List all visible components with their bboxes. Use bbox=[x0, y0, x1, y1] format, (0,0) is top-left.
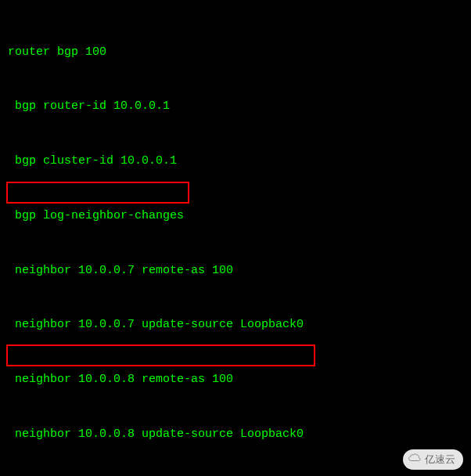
config-line: bgp cluster-id 10.0.0.1 bbox=[8, 152, 463, 170]
config-line: bgp log-neighbor-changes bbox=[8, 207, 463, 225]
cloud-icon bbox=[408, 453, 422, 467]
config-line: router bgp 100 bbox=[8, 43, 463, 61]
watermark-text: 亿速云 bbox=[425, 452, 455, 467]
watermark-badge: 亿速云 bbox=[403, 449, 463, 470]
terminal-output: router bgp 100 bgp router-id 10.0.0.1 bg… bbox=[8, 6, 463, 476]
config-line: neighbor 10.0.0.7 remote-as 100 bbox=[8, 261, 463, 279]
config-line: neighbor 10.0.0.8 remote-as 100 bbox=[8, 370, 463, 388]
config-line: neighbor 10.0.0.7 update-source Loopback… bbox=[8, 316, 463, 334]
config-line: neighbor 10.0.0.8 update-source Loopback… bbox=[8, 425, 463, 443]
config-line: bgp router-id 10.0.0.1 bbox=[8, 97, 463, 115]
